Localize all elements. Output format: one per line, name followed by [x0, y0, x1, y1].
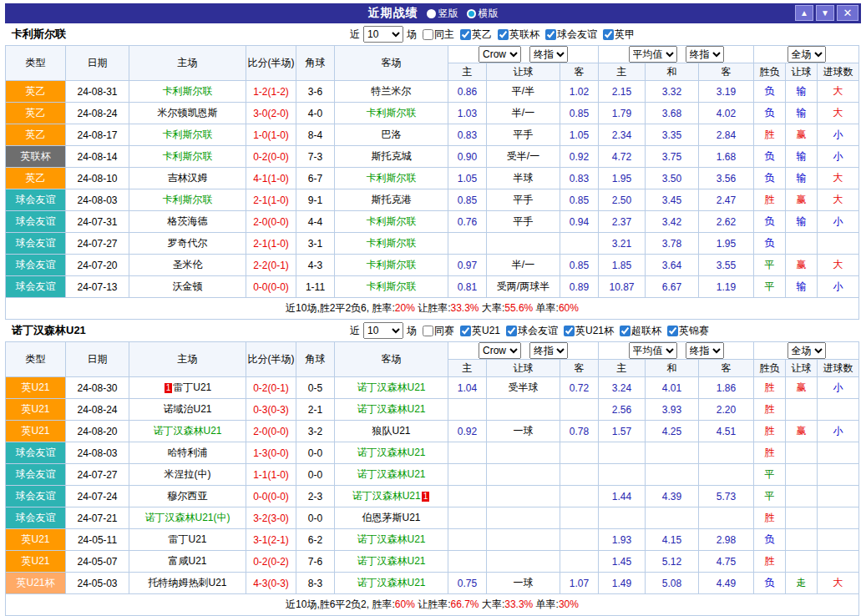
home-odds: 0.90 — [448, 146, 487, 168]
match-date: 24-07-21 — [66, 507, 129, 529]
avg-home-odds: 1.57 — [599, 421, 646, 442]
result-handicap: 走 — [786, 573, 818, 594]
match-row: 英U21杯24-05-03托特纳姆热刺U214-3(0-3)8-3诺丁汉森林U2… — [6, 573, 859, 594]
summary-part: 大率: — [479, 598, 505, 610]
move-up-button[interactable]: ▲ — [795, 5, 813, 21]
match-count-select[interactable]: 10 — [363, 322, 403, 339]
result-goals — [818, 529, 859, 551]
match-score: 0-2(0-1) — [246, 377, 296, 399]
match-date: 24-07-24 — [66, 486, 129, 507]
odds-type-select[interactable]: 终指 — [529, 342, 568, 359]
away-team: 狼队U21 — [335, 421, 448, 442]
match-score: 1-2(1-2) — [246, 81, 296, 103]
league-filter-英甲-checkbox[interactable] — [603, 29, 614, 40]
match-count-select[interactable]: 10 — [363, 26, 403, 43]
scope-select[interactable]: 全场 — [788, 46, 826, 63]
away-team: 伯恩茅斯U21 — [335, 507, 448, 529]
column-subheader: 客 — [560, 360, 599, 377]
avg-source-select[interactable]: 平均值 — [629, 46, 677, 63]
avg-away-odds: 1.95 — [699, 233, 754, 255]
summary-part: 让胜率: — [415, 598, 451, 610]
match-row: 英U2124-05-11雷丁U213-1(2-1)6-2诺丁汉森林U211.93… — [6, 529, 859, 551]
home-odds: 0.97 — [448, 255, 487, 276]
league-filter-球会友谊-checkbox[interactable] — [545, 29, 556, 40]
same-filter[interactable]: 同主 — [418, 28, 454, 42]
match-score: 1-0(1-0) — [246, 124, 296, 146]
league-filter-球会友谊-checkbox[interactable] — [506, 326, 517, 336]
odds-company-select[interactable]: Crow — [479, 342, 521, 359]
odds-source-group: Crow终指 — [448, 342, 599, 360]
same-filter[interactable]: 同赛 — [418, 324, 454, 338]
league-filter-英乙[interactable]: 英乙 — [456, 28, 492, 42]
match-date: 24-08-03 — [66, 442, 129, 464]
league-filter-英联杯[interactable]: 英联杯 — [494, 28, 539, 42]
league-filter-超联杯-checkbox[interactable] — [620, 326, 631, 336]
same-filter-checkbox[interactable] — [423, 326, 433, 336]
results-table: 类型日期主场比分(半场)角球客场Crow终指平均值终指全场主让球客主和客胜负让球… — [5, 341, 859, 616]
summary-text: 近10场,胜6平2负2, 胜率:60% 让胜率:66.7% 大率:33.3% 单… — [6, 594, 859, 616]
handicap: 平手 — [487, 124, 560, 146]
match-row: 球会友谊24-08-03哈特利浦1-3(0-0)0-0诺丁汉森林U21胜 — [6, 442, 859, 464]
league-filter-英甲[interactable]: 英甲 — [599, 28, 635, 42]
league-filter-英锦赛[interactable]: 英锦赛 — [663, 324, 709, 338]
column-subheader: 客 — [560, 63, 599, 81]
avg-draw-odds: 3.64 — [646, 255, 699, 276]
section-title: 诺丁汉森林U21 — [5, 323, 172, 338]
league-filter-英U21[interactable]: 英U21 — [456, 324, 500, 338]
layout-radio-vertical[interactable]: 竖版 — [427, 7, 458, 21]
corner-score: 0-0 — [296, 464, 335, 486]
home-team: 穆尔西亚 — [129, 486, 246, 507]
odds-company-select[interactable]: Crow — [479, 46, 521, 63]
result-handicap — [786, 233, 818, 255]
match-score: 1-1(1-0) — [246, 464, 296, 486]
move-down-button[interactable]: ▼ — [816, 5, 834, 21]
avg-type-select[interactable]: 终指 — [686, 342, 724, 359]
away-team: 诺丁汉森林U21 — [335, 399, 448, 421]
result-handicap: 输 — [786, 81, 818, 103]
match-score: 3-0(2-0) — [246, 103, 296, 124]
column-header: 客场 — [335, 46, 448, 81]
avg-home-odds — [599, 442, 646, 464]
avg-away-odds: 3.56 — [699, 168, 754, 189]
home-team-name: 卡利斯尔联 — [163, 129, 213, 140]
match-score: 0-0(0-0) — [246, 276, 296, 298]
league-filter-英联杯-checkbox[interactable] — [498, 29, 509, 40]
close-button[interactable]: ✕ — [837, 5, 858, 21]
league-filter-英U21杯-checkbox[interactable] — [564, 326, 575, 336]
corner-score: 6-7 — [296, 168, 335, 189]
league-filter-球会友谊[interactable]: 球会友谊 — [502, 324, 558, 338]
avg-draw-odds — [646, 464, 699, 486]
handicap: 半/一 — [487, 255, 560, 276]
away-odds — [560, 464, 599, 486]
league-filter-英U21-checkbox[interactable] — [460, 326, 471, 336]
league-type: 球会友谊 — [6, 486, 66, 507]
league-filter-英锦赛-checkbox[interactable] — [667, 326, 678, 336]
match-row: 英乙24-08-17卡利斯尔联1-0(1-0)8-4巴洛0.83平手1.052.… — [6, 124, 859, 146]
match-date: 24-08-24 — [66, 103, 129, 124]
result-goals: 大 — [818, 168, 859, 189]
layout-radio-horizontal[interactable]: 横版 — [467, 7, 499, 21]
filter-controls: 近10场同赛英U21球会友谊英U21杯超联杯英锦赛 — [349, 322, 710, 339]
avg-home-odds: 1.44 — [599, 486, 646, 507]
away-odds: 0.83 — [560, 168, 599, 189]
avg-source-select[interactable]: 平均值 — [629, 342, 677, 359]
result-goals: 大 — [818, 81, 859, 103]
match-score: 4-3(0-3) — [246, 573, 296, 594]
home-team-name: 卡利斯尔联 — [163, 85, 213, 97]
summary-part: 近10场,胜2平2负6, 胜率: — [286, 302, 395, 314]
league-filter-英U21杯[interactable]: 英U21杯 — [560, 324, 614, 338]
odds-type-select[interactable]: 终指 — [529, 46, 568, 63]
avg-away-odds: 1.86 — [699, 377, 754, 399]
avg-type-select[interactable]: 终指 — [686, 46, 724, 63]
league-filter-英乙-checkbox[interactable] — [460, 29, 471, 40]
home-odds: 0.75 — [448, 573, 487, 594]
scope-select[interactable]: 全场 — [788, 342, 826, 359]
summary-part: 60% — [559, 302, 579, 314]
match-score: 3-2(3-0) — [246, 507, 296, 529]
same-filter-checkbox[interactable] — [423, 29, 433, 40]
league-filter-球会友谊[interactable]: 球会友谊 — [541, 28, 597, 42]
league-filter-超联杯[interactable]: 超联杯 — [615, 324, 661, 338]
avg-draw-odds: 3.75 — [646, 146, 699, 168]
away-team-name: 诺丁汉森林U21 — [357, 577, 425, 588]
column-header: 主场 — [129, 342, 246, 377]
